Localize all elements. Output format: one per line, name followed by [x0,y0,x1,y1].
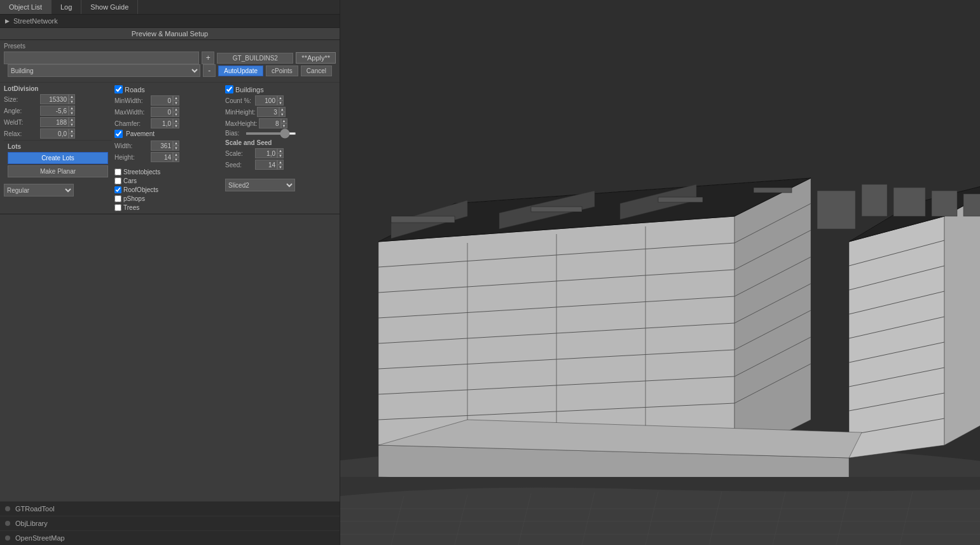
scale-spinner[interactable]: ▲ ▼ [277,148,284,158]
relax-spinner[interactable]: ▲ ▼ [69,128,75,139]
weld-input[interactable] [40,117,69,127]
weld-label: WeldT: [4,119,39,126]
tab-object-list[interactable]: Object List [0,0,52,14]
preset-add-button[interactable]: + [202,52,214,64]
minheight-input[interactable] [257,107,279,117]
buildings-label: Buildings [235,86,264,93]
regular-dropdown[interactable]: Regular [4,184,74,197]
cars-checkbox[interactable] [114,177,121,184]
roofobjects-row: RoofObjects [114,186,223,193]
count-input[interactable] [255,95,277,106]
pshops-checkbox[interactable] [114,195,121,202]
buildings-header: Buildings [225,85,333,93]
scale-input-group: ▲ ▼ [255,148,284,158]
minwidth-input[interactable] [151,95,173,106]
size-spinner[interactable]: ▲ ▼ [69,94,75,104]
pavement-checkbox[interactable] [114,130,123,138]
top-tabs: Object List Log Show Guide [0,0,340,15]
trees-row: Trees [114,204,223,211]
maxheight-spinner[interactable]: ▲ ▼ [281,118,287,128]
gtroad-dot [5,506,10,511]
chamfer-spinner[interactable]: ▲ ▼ [173,118,179,128]
chamfer-label: Chamfer: [114,120,149,127]
tab-log[interactable]: Log [52,0,81,14]
objlibrary-dot [5,521,10,526]
width-spinner[interactable]: ▲ ▼ [173,141,179,151]
svg-rect-63 [754,188,792,193]
cars-label: Cars [123,177,137,184]
bias-slider[interactable] [245,132,296,135]
roads-checkbox[interactable] [114,85,123,93]
lot-division-header: LotDivision [4,85,112,92]
height-input[interactable] [151,152,173,162]
roads-label: Roads [125,86,145,93]
minwidth-spinner[interactable]: ▲ ▼ [173,95,179,106]
count-spinner[interactable]: ▲ ▼ [277,95,284,106]
svg-rect-62 [658,197,703,202]
minheight-label: MinHeight: [225,109,256,116]
objlibrary-label: ObjLibrary [15,520,48,527]
streetobjects-row: Streetobjects [114,169,223,176]
maxheight-input[interactable] [259,118,281,128]
height-label: Height: [114,154,149,161]
width-input[interactable] [151,141,173,151]
svg-rect-55 [817,191,855,229]
streetobjects-checkbox[interactable] [114,169,121,176]
autoupdate-button[interactable]: AutoUpdate [218,66,263,76]
maxheight-row: MaxHeight: ▲ ▼ [225,118,333,128]
cpoints-button[interactable]: cPoints [266,66,298,76]
svg-rect-59 [963,194,980,216]
svg-rect-61 [531,207,582,212]
seed-row: Seed: ▲ ▼ [225,160,333,170]
street-network-header[interactable]: ▶ StreetNetwork [0,15,340,28]
roofobjects-checkbox[interactable] [114,186,121,193]
height-input-group: ▲ ▼ [151,152,179,162]
chamfer-input[interactable] [151,118,173,128]
count-row: Count %: ▲ ▼ [225,95,333,106]
tab-show-guide[interactable]: Show Guide [81,0,138,14]
angle-input[interactable] [40,106,69,116]
trees-checkbox[interactable] [114,204,121,211]
gtroad-header[interactable]: GTRoadTool [0,501,340,516]
preset-text-input[interactable] [4,52,199,64]
size-input[interactable] [40,94,69,104]
maxwidth-input[interactable] [151,107,173,117]
apply-button[interactable]: **Apply** [296,52,336,64]
sliced-dropdown[interactable]: Sliced2 [225,179,295,191]
pshops-label: pShops [123,195,145,202]
objlibrary-header[interactable]: ObjLibrary [0,516,340,530]
scale-input[interactable] [255,148,277,158]
maxwidth-spinner[interactable]: ▲ ▼ [173,107,179,117]
height-spinner[interactable]: ▲ ▼ [173,152,179,162]
trees-label: Trees [123,204,139,211]
bias-label: Bias: [225,130,244,137]
angle-input-group: ▲ ▼ [40,106,75,116]
preset-remove-button[interactable]: - [203,64,216,77]
weld-input-group: ▲ ▼ [40,117,75,127]
buildings-checkbox[interactable] [225,85,233,93]
relax-input[interactable] [40,128,69,139]
collapse-arrow: ▶ [5,18,10,24]
cancel-button[interactable]: Cancel [301,66,332,76]
maxheight-label: MaxHeight: [225,120,258,127]
seed-input[interactable] [255,160,277,170]
angle-spinner[interactable]: ▲ ▼ [69,106,75,116]
seed-input-group: ▲ ▼ [255,160,284,170]
svg-rect-57 [894,188,925,216]
seed-label: Seed: [225,162,254,169]
lot-division-col: LotDivision Size: ▲ ▼ Angle: [4,85,114,211]
street-checkboxes: Streetobjects Cars RoofObjects pShops [114,169,223,211]
seed-spinner[interactable]: ▲ ▼ [277,160,284,170]
minheight-spinner[interactable]: ▲ ▼ [279,107,286,117]
cars-row: Cars [114,177,223,184]
streetobjects-label: Streetobjects [123,169,160,176]
angle-label: Angle: [4,107,39,114]
lots-label: Lots [8,143,108,150]
maxheight-input-group: ▲ ▼ [259,118,287,128]
openstreetmap-header[interactable]: OpenStreetMap [0,530,340,545]
create-lots-button[interactable]: Create Lots [8,152,108,164]
weld-spinner[interactable]: ▲ ▼ [69,117,75,127]
bottom-sections: GTRoadTool ObjLibrary OpenStreetMap [0,501,340,545]
make-planar-button[interactable]: Make Planar [8,165,108,177]
preset-dropdown[interactable]: Building [8,64,200,77]
